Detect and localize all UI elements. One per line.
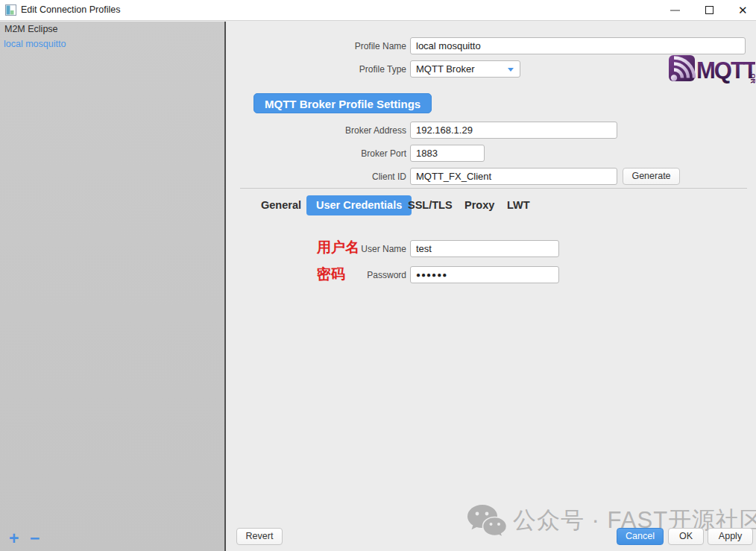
generate-client-id-button[interactable]: Generate <box>623 168 680 185</box>
close-button[interactable]: ✕ <box>731 0 756 21</box>
password-input[interactable] <box>410 266 559 283</box>
client-id-input[interactable] <box>410 168 617 185</box>
profile-type-label: Profile Type <box>227 64 406 75</box>
broker-port-input[interactable] <box>410 145 485 162</box>
apply-button[interactable]: Apply <box>708 528 753 545</box>
titlebar: Edit Connection Profiles ✕ <box>0 0 756 21</box>
user-name-label: User Name <box>227 244 406 254</box>
cancel-button[interactable]: Cancel <box>617 528 664 545</box>
section-divider <box>240 188 747 189</box>
ok-button[interactable]: OK <box>668 528 704 545</box>
revert-button[interactable]: Revert <box>236 528 283 545</box>
profile-list-item-local-mosquitto[interactable]: local mosquitto <box>4 39 66 49</box>
window-title: Edit Connection Profiles <box>21 4 120 15</box>
maximize-button[interactable] <box>696 0 722 21</box>
tab-ssl-tls[interactable]: SSL/TLS <box>408 195 453 215</box>
tab-proxy[interactable]: Proxy <box>464 195 494 215</box>
profile-type-selected-value: MQTT Broker <box>416 63 475 75</box>
tab-general[interactable]: General <box>261 195 301 215</box>
broker-profile-settings-heading: MQTT Broker Profile Settings <box>253 93 432 113</box>
chevron-down-icon <box>508 68 514 72</box>
broker-address-label: Broker Address <box>227 125 406 136</box>
remove-profile-button[interactable]: − <box>30 530 40 547</box>
client-id-label: Client ID <box>227 171 406 182</box>
close-icon: ✕ <box>738 4 748 17</box>
mqtt-logo-text: MQTT <box>696 57 755 84</box>
add-profile-button[interactable]: + <box>9 530 19 547</box>
edit-connection-profiles-window: { "window": { "title": "Edit Connection … <box>0 0 756 551</box>
mqtt-org-logo: MQTT .ORG <box>669 54 755 84</box>
app-icon <box>5 4 16 16</box>
broker-address-input[interactable] <box>410 122 617 139</box>
mqtt-logo-org-text: .ORG <box>749 72 755 84</box>
profiles-sidebar: M2M Eclipse local mosquitto + − <box>0 22 226 551</box>
maximize-icon <box>705 6 714 14</box>
profile-list-item-m2m-eclipse[interactable]: M2M Eclipse <box>4 24 58 34</box>
tab-lwt[interactable]: LWT <box>507 195 530 215</box>
minimize-button[interactable] <box>662 0 687 21</box>
profile-type-dropdown[interactable]: MQTT Broker <box>410 60 520 78</box>
password-label: Password <box>227 270 406 280</box>
user-name-input[interactable] <box>410 240 559 257</box>
broker-port-label: Broker Port <box>227 148 406 159</box>
profile-name-input[interactable] <box>410 37 746 54</box>
minimize-icon <box>670 10 680 11</box>
tab-user-credentials[interactable]: User Credentials <box>306 195 412 215</box>
profile-name-label: Profile Name <box>227 41 406 51</box>
